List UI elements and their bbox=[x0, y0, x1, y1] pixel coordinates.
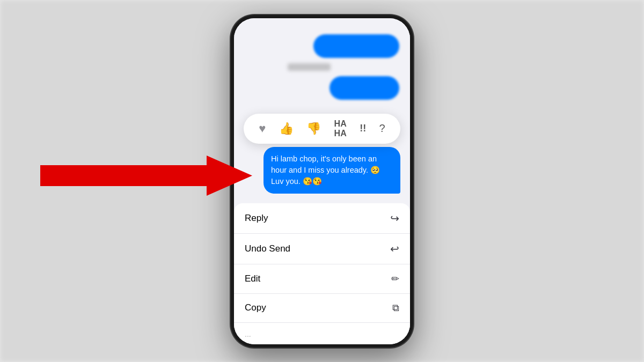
copy-icon: ⧉ bbox=[392, 302, 399, 314]
reply-icon: ↩ bbox=[390, 212, 399, 225]
phone-frame: ♥ 👍 👎 HAHA !! ? Hi lamb chop, it's only … bbox=[231, 15, 413, 348]
svg-marker-0 bbox=[40, 156, 252, 196]
reaction-heart-icon[interactable]: ♥ bbox=[259, 122, 266, 136]
menu-item-copy[interactable]: Copy ⧉ bbox=[234, 294, 410, 323]
menu-item-more[interactable]: ··· bbox=[234, 323, 410, 344]
red-arrow bbox=[40, 156, 252, 196]
reaction-question-icon[interactable]: ? bbox=[379, 122, 385, 135]
reaction-exclamation-icon[interactable]: !! bbox=[360, 123, 366, 134]
menu-item-reply[interactable]: Reply ↩ bbox=[234, 203, 410, 234]
more-label: ··· bbox=[245, 331, 251, 340]
reply-label: Reply bbox=[245, 213, 268, 224]
message-bubble: Hi lamb chop, it's only been an hour and… bbox=[264, 147, 400, 194]
reaction-thumbsdown-icon[interactable]: 👎 bbox=[306, 122, 321, 136]
blurred-bubble-2 bbox=[330, 76, 399, 100]
reaction-picker: ♥ 👍 👎 HAHA !! ? bbox=[244, 114, 400, 144]
edit-icon: ✏ bbox=[391, 273, 399, 285]
copy-label: Copy bbox=[245, 302, 266, 313]
edit-label: Edit bbox=[245, 274, 260, 284]
reaction-haha-icon[interactable]: HAHA bbox=[334, 119, 347, 138]
reaction-thumbsup-icon[interactable]: 👍 bbox=[279, 122, 294, 136]
blurred-time bbox=[288, 63, 331, 71]
undo-send-label: Undo Send bbox=[245, 243, 290, 254]
menu-item-undo-send[interactable]: Undo Send ↩ bbox=[234, 234, 410, 264]
context-menu: Reply ↩ Undo Send ↩ Edit ✏ Copy ⧉ ··· bbox=[234, 203, 410, 344]
message-text: Hi lamb chop, it's only been an hour and… bbox=[271, 154, 380, 186]
scene: ♥ 👍 👎 HAHA !! ? Hi lamb chop, it's only … bbox=[0, 0, 644, 362]
blurred-bubble-1 bbox=[313, 34, 399, 58]
undo-send-icon: ↩ bbox=[390, 242, 399, 255]
menu-item-edit[interactable]: Edit ✏ bbox=[234, 264, 410, 294]
phone-screen: ♥ 👍 👎 HAHA !! ? Hi lamb chop, it's only … bbox=[234, 18, 410, 344]
